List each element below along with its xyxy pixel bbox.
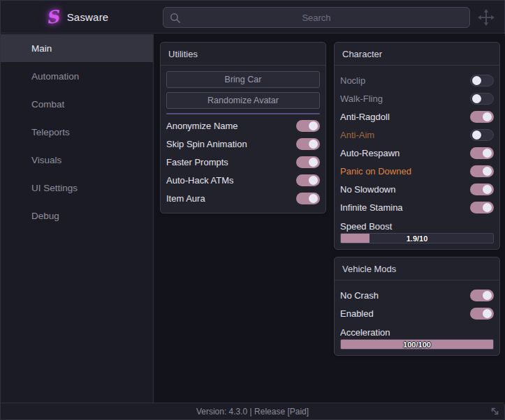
toggle-row-no-crash: No Crash <box>340 286 494 304</box>
toggle-knob <box>483 112 492 121</box>
toggle-skip-spin-animation[interactable] <box>296 138 320 150</box>
sidebar-item-label: Combat <box>31 99 64 110</box>
toggle-row-no-slowdown: No Slowdown <box>340 180 494 198</box>
toggle-label: Infinite Stamina <box>340 202 403 213</box>
sidebar-nav: Main Automation Combat Teleports Visuals… <box>1 34 154 404</box>
toggle-knob <box>483 309 492 318</box>
toggle-enabled[interactable] <box>470 308 494 320</box>
bring-car-button[interactable]: Bring Car <box>166 71 320 88</box>
toggle-anti-aim[interactable] <box>470 129 494 141</box>
vehicle-toggles: No Crash Enabled <box>340 286 494 322</box>
sidebar-item-label: Debug <box>31 211 59 221</box>
character-panel: Character Noclip Walk-Fling Anti-Ragdoll… <box>334 42 500 250</box>
slider-value: 1.9/10 <box>341 234 493 243</box>
utilities-toggles: Anonymize Name Skip Spin Animation Faste… <box>166 117 320 207</box>
search-input[interactable] <box>163 8 469 27</box>
character-toggles: Noclip Walk-Fling Anti-Ragdoll Anti-Aim … <box>340 71 494 216</box>
toggle-label: Anonymize Name <box>166 121 238 131</box>
sasware-logo-icon: S <box>45 6 59 28</box>
toggle-knob <box>472 94 481 103</box>
toggle-no-crash[interactable] <box>470 290 494 301</box>
toggle-row-infinite-stamina: Infinite Stamina <box>340 198 494 216</box>
version-text: Version: 4.3.0 | Release [Paid] <box>196 407 309 417</box>
toggle-label: Panic on Downed <box>340 166 411 177</box>
toggle-label: No Crash <box>340 290 379 301</box>
toggle-row-auto-hack-atms: Auto-Hack ATMs <box>166 171 320 189</box>
toggle-knob <box>483 185 492 194</box>
toggle-label: Enabled <box>340 308 374 319</box>
toggle-auto-hack-atms[interactable] <box>296 174 320 186</box>
toggle-infinite-stamina[interactable] <box>470 202 494 213</box>
content-area: Utilities Bring CarRandomize Avatar Anon… <box>154 34 505 404</box>
toggle-no-slowdown[interactable] <box>470 183 494 195</box>
acceleration-slider[interactable]: 100/100 <box>340 339 494 350</box>
toggle-anti-ragdoll[interactable] <box>470 111 494 123</box>
vehicle-mods-panel-title: Vehicle Mods <box>335 257 499 280</box>
toggle-knob <box>309 194 318 203</box>
toggle-label: Item Aura <box>166 193 205 204</box>
speed-boost-slider-block: Speed Boost 1.9/10 <box>340 219 494 243</box>
sidebar-item-teleports[interactable]: Teleports <box>1 118 153 146</box>
toggle-row-anonymize-name: Anonymize Name <box>166 117 320 135</box>
toggle-knob <box>309 176 318 185</box>
toggle-label: Auto-Respawn <box>340 148 400 158</box>
toggle-row-faster-prompts: Faster Prompts <box>166 153 320 171</box>
utilities-separator <box>166 113 320 114</box>
sidebar-item-debug[interactable]: Debug <box>1 202 153 230</box>
toggle-knob <box>309 158 318 167</box>
brand: S Sasware <box>1 1 154 33</box>
toggle-item-aura[interactable] <box>296 193 320 204</box>
sidebar-item-label: UI Settings <box>31 183 78 193</box>
sidebar-item-label: Visuals <box>31 155 61 165</box>
toggle-label: Anti-Aim <box>340 130 374 140</box>
toggle-auto-respawn[interactable] <box>470 147 494 159</box>
sidebar-item-label: Automation <box>31 71 79 82</box>
toggle-noclip[interactable] <box>470 75 494 87</box>
utilities-panel-title: Utilities <box>161 43 325 66</box>
header-bar: S Sasware <box>1 1 504 33</box>
search-bar[interactable] <box>163 7 470 28</box>
status-bar: Version: 4.3.0 | Release [Paid] <box>1 403 504 419</box>
toggle-label: No Slowdown <box>340 184 396 195</box>
toggle-row-enabled: Enabled <box>340 304 494 322</box>
sidebar-item-ui-settings[interactable]: UI Settings <box>1 174 153 202</box>
toggle-row-skip-spin-animation: Skip Spin Animation <box>166 135 320 153</box>
resize-icon[interactable] <box>490 406 500 417</box>
toggle-label: Anti-Ragdoll <box>340 112 390 122</box>
vehicle-mods-panel: Vehicle Mods No Crash Enabled Accelerati… <box>334 257 500 356</box>
toggle-label: Skip Spin Animation <box>166 139 247 149</box>
sidebar-item-combat[interactable]: Combat <box>1 90 153 118</box>
toggle-knob <box>483 291 492 300</box>
sidebar-item-visuals[interactable]: Visuals <box>1 146 153 174</box>
toggle-row-panic-on-downed: Panic on Downed <box>340 162 494 180</box>
toggle-row-anti-ragdoll: Anti-Ragdoll <box>340 107 494 126</box>
toggle-row-anti-aim: Anti-Aim <box>340 126 494 144</box>
toggle-row-walk-fling: Walk-Fling <box>340 89 494 107</box>
toggle-panic-on-downed[interactable] <box>470 165 494 177</box>
slider-value: 100/100 <box>341 340 493 349</box>
toggle-knob <box>309 121 318 130</box>
sidebar-item-main[interactable]: Main <box>1 34 153 62</box>
utilities-buttons: Bring CarRandomize Avatar <box>166 71 320 109</box>
toggle-row-auto-respawn: Auto-Respawn <box>340 144 494 162</box>
move-icon[interactable] <box>476 7 497 28</box>
sasware-window: S Sasware Main Automation Combat <box>0 0 505 420</box>
toggle-anonymize-name[interactable] <box>296 120 320 132</box>
toggle-faster-prompts[interactable] <box>296 156 320 168</box>
sidebar-item-label: Teleports <box>31 127 70 137</box>
randomize-avatar-button[interactable]: Randomize Avatar <box>166 92 320 109</box>
sidebar-item-automation[interactable]: Automation <box>1 62 153 90</box>
toggle-walk-fling[interactable] <box>470 93 494 105</box>
speed-boost-label: Speed Boost <box>340 219 494 233</box>
speed-boost-slider[interactable]: 1.9/10 <box>340 233 494 243</box>
toggle-knob <box>483 167 492 176</box>
toggle-label: Noclip <box>340 75 365 86</box>
toggle-knob <box>309 140 318 149</box>
toggle-knob <box>472 130 481 140</box>
toggle-row-noclip: Noclip <box>340 71 494 89</box>
brand-name: Sasware <box>67 11 109 23</box>
acceleration-label: Acceleration <box>340 325 494 339</box>
toggle-knob <box>483 149 492 158</box>
toggle-row-item-aura: Item Aura <box>166 189 320 207</box>
acceleration-slider-block: Acceleration 100/100 <box>340 325 494 350</box>
